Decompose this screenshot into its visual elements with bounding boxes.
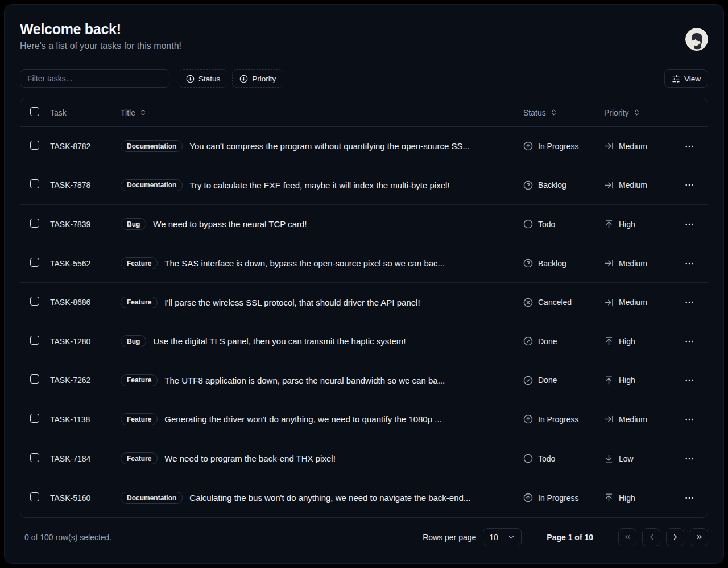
row-actions-menu-button[interactable] [681, 256, 698, 271]
task-priority-cell: Medium [597, 414, 671, 424]
task-title-cell: Feature The UTF8 application is down, pa… [121, 374, 516, 386]
row-actions-menu-button[interactable] [681, 412, 698, 427]
circle-arrow-up-icon [523, 493, 533, 503]
priority-label: Medium [619, 415, 647, 424]
row-checkbox[interactable] [30, 219, 39, 228]
task-status-cell: Todo [516, 454, 597, 463]
last-page-button[interactable] [690, 528, 708, 546]
status-label: Done [538, 337, 557, 346]
task-id-cell: TASK-7878 [46, 180, 121, 190]
row-checkbox[interactable] [30, 258, 39, 267]
row-actions-menu-button[interactable] [681, 295, 698, 310]
task-label-badge: Feature [121, 452, 158, 464]
task-title-cell: Feature The SAS interface is down, bypas… [121, 257, 516, 269]
row-actions-menu-button[interactable] [681, 491, 698, 505]
row-checkbox-cell [20, 374, 46, 386]
rows-per-page-value: 10 [489, 533, 498, 542]
table-footer: 0 of 100 row(s) selected. Rows per page … [20, 528, 708, 546]
next-page-button[interactable] [666, 528, 684, 546]
task-label-badge: Feature [121, 374, 158, 386]
row-checkbox[interactable] [30, 414, 39, 423]
column-header-status[interactable]: Status [516, 108, 597, 117]
task-label-badge: Documentation [121, 492, 183, 504]
row-actions-menu-button[interactable] [681, 217, 698, 232]
column-header-title[interactable]: Title [121, 108, 516, 117]
status-label: Todo [538, 220, 555, 229]
priority-label: High [619, 493, 635, 503]
task-status-cell: In Progress [516, 493, 597, 503]
ellipsis-icon [684, 297, 694, 307]
row-actions-menu-button[interactable] [681, 178, 698, 192]
task-title: Try to calculate the EXE feed, maybe it … [189, 180, 449, 190]
toolbar: Status Priority View [20, 69, 708, 88]
select-all-checkbox[interactable] [30, 107, 39, 116]
status-filter-button[interactable]: Status [179, 69, 228, 88]
app-card: Welcome back! Here's a list of your task… [4, 4, 724, 564]
task-id: TASK-8686 [50, 298, 90, 307]
task-id-cell: TASK-7184 [46, 454, 121, 464]
row-actions-menu-button[interactable] [681, 373, 698, 388]
task-id: TASK-5160 [50, 493, 90, 503]
row-checkbox[interactable] [30, 297, 39, 306]
row-checkbox[interactable] [30, 492, 39, 501]
row-checkbox[interactable] [30, 374, 39, 384]
view-options-button[interactable]: View [664, 69, 708, 88]
user-avatar[interactable] [685, 28, 708, 51]
task-label-badge: Documentation [121, 140, 183, 152]
task-title: The UTF8 application is down, parse the … [164, 376, 445, 385]
row-checkbox[interactable] [30, 179, 39, 188]
priority-filter-button[interactable]: Priority [232, 69, 283, 88]
column-header-priority[interactable]: Priority [597, 108, 671, 117]
circle-plus-icon [239, 75, 248, 83]
arrow-right-to-line-icon [604, 141, 614, 151]
row-actions-menu-button[interactable] [681, 139, 698, 154]
arrow-right-to-line-icon [604, 298, 614, 307]
rows-per-page-select[interactable]: 10 [483, 528, 522, 546]
row-checkbox[interactable] [30, 141, 39, 150]
chevron-down-icon [507, 533, 515, 541]
task-label-badge: Feature [121, 413, 158, 425]
table-row: TASK-1138 Feature Generating the driver … [20, 400, 708, 439]
task-id-cell: TASK-7839 [46, 219, 121, 229]
table-row: TASK-8782 Documentation You can't compre… [20, 127, 708, 166]
ellipsis-icon [684, 414, 694, 425]
row-actions-menu-button[interactable] [681, 451, 698, 466]
filter-tasks-input[interactable] [20, 69, 169, 88]
priority-label: High [619, 220, 635, 229]
priority-label: Low [619, 454, 634, 463]
row-checkbox-cell [20, 141, 46, 152]
row-checkbox-cell [20, 219, 46, 230]
row-checkbox[interactable] [30, 336, 39, 345]
page-header-text: Welcome back! Here's a list of your task… [20, 21, 181, 51]
arrow-down-to-line-icon [604, 454, 614, 463]
circle-check-icon [523, 336, 533, 346]
task-status-cell: Backlog [516, 258, 597, 268]
task-status-cell: Done [516, 376, 597, 385]
ellipsis-icon [684, 493, 694, 503]
first-page-button[interactable] [618, 528, 636, 546]
task-id: TASK-5562 [50, 259, 90, 268]
previous-page-button[interactable] [642, 528, 660, 546]
chevron-left-icon [647, 533, 656, 541]
priority-label: Medium [619, 298, 647, 307]
task-priority-cell: High [597, 493, 671, 503]
arrow-right-to-line-icon [604, 414, 614, 424]
task-title-cell: Documentation Try to calculate the EXE f… [121, 179, 516, 191]
pagination [618, 528, 708, 546]
row-checkbox[interactable] [30, 453, 39, 462]
row-actions-cell [671, 373, 708, 388]
priority-filter-label: Priority [252, 75, 276, 83]
task-priority-cell: Medium [597, 180, 671, 190]
task-id-cell: TASK-1280 [46, 336, 121, 347]
priority-label: High [619, 376, 635, 385]
task-priority-cell: High [597, 376, 671, 385]
selection-summary: 0 of 100 row(s) selected. [24, 533, 111, 542]
task-status-cell: Canceled [516, 298, 597, 307]
row-actions-menu-button[interactable] [681, 334, 698, 349]
task-id-cell: TASK-8782 [46, 141, 121, 151]
task-priority-cell: Medium [597, 141, 671, 151]
row-actions-cell [671, 451, 708, 466]
row-checkbox-cell [20, 297, 46, 308]
circle-icon [523, 454, 533, 463]
column-header-title-label: Title [121, 108, 135, 117]
